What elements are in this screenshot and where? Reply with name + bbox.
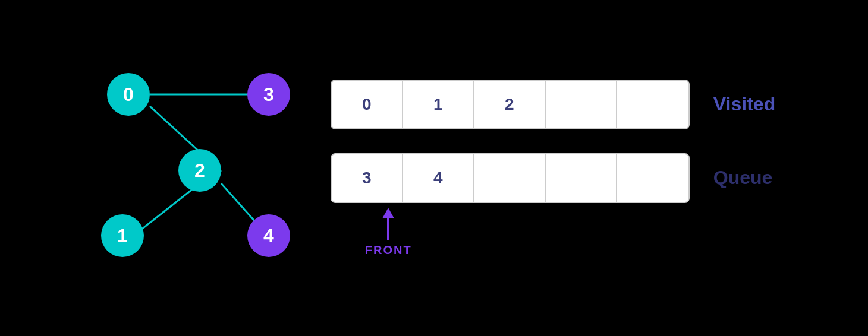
- front-arrow: [382, 208, 394, 240]
- queue-label: Queue: [713, 167, 773, 189]
- arrow-line: [387, 218, 389, 240]
- visited-label: Visited: [713, 93, 775, 115]
- node-3: 3: [247, 73, 290, 116]
- visited-row: 0 1 2 Visited: [331, 80, 775, 129]
- node-1: 1: [101, 214, 144, 257]
- visited-cell-1: 1: [403, 81, 474, 128]
- queue-row: 3 4 Queue: [331, 153, 775, 203]
- queue-array: 3 4: [331, 153, 690, 203]
- front-label: FRONT: [365, 243, 412, 257]
- visited-cell-4: [617, 81, 688, 128]
- node-4: 4: [247, 214, 290, 257]
- visited-cell-0: 0: [332, 81, 403, 128]
- node-2: 2: [178, 149, 221, 192]
- queue-section: 3 4 Queue FRONT: [331, 153, 775, 257]
- queue-cell-4: [617, 154, 688, 202]
- visited-cell-3: [546, 81, 617, 128]
- node-0: 0: [107, 73, 150, 116]
- arrays-area: 0 1 2 Visited 3 4 Queue: [331, 80, 775, 257]
- graph-area: 0 3 2 1 4: [93, 49, 283, 287]
- queue-cell-1: 4: [403, 154, 474, 202]
- visited-array: 0 1 2: [331, 80, 690, 129]
- arrow-head-icon: [382, 208, 394, 218]
- front-indicator: FRONT: [365, 208, 412, 257]
- queue-cell-0: 3: [332, 154, 403, 202]
- main-container: 0 3 2 1 4 0 1 2 Visited: [69, 26, 799, 310]
- queue-cell-3: [546, 154, 617, 202]
- queue-cell-2: [474, 154, 546, 202]
- visited-cell-2: 2: [474, 81, 546, 128]
